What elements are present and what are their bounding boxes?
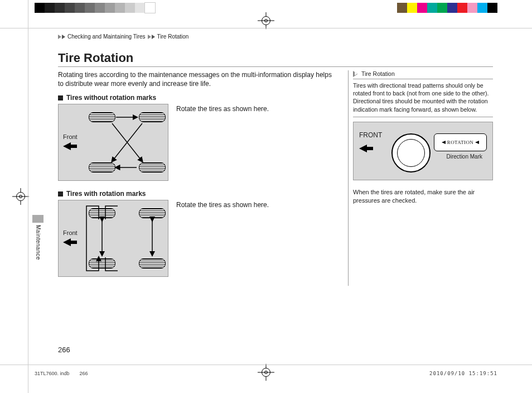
imprint-page: 266 (80, 371, 88, 376)
front-arrow-icon (63, 238, 71, 246)
registration-mark-icon (12, 188, 29, 205)
front-arrow-icon (359, 145, 367, 152)
breadcrumb-arrow-icon (148, 35, 151, 39)
front-label: Front (63, 133, 78, 140)
breadcrumb: Checking and Maintaining Tires Tire Rota… (58, 33, 493, 40)
tab-marker-icon (32, 215, 43, 223)
imprint-file: 31TL7600. indb (35, 371, 70, 376)
imprint-timestamp: 2010/09/10 15:19:51 (429, 371, 497, 376)
subheading-text: Tires with rotation marks (66, 190, 146, 198)
page-number: 266 (58, 346, 70, 354)
sidebar-footer: When the tires are rotated, make sure th… (353, 188, 493, 205)
color-swatch (447, 3, 457, 13)
rotation-arrows-icon (85, 109, 169, 176)
gray-swatch (145, 3, 155, 13)
front-arrow-icon (63, 142, 71, 150)
sidebar-title-text: Tire Rotation (361, 70, 395, 77)
breadcrumb-item: Tire Rotation (157, 33, 189, 40)
color-swatch (477, 3, 487, 13)
gray-swatch (55, 3, 65, 13)
imprint-left: 31TL7600. indb 266 (35, 371, 88, 376)
crop-line (0, 365, 532, 365)
breadcrumb-item: Checking and Maintaining Tires (67, 33, 146, 40)
sidebar-arrow-icon (353, 71, 359, 77)
sidebar-column: Tire Rotation Tires with directional tre… (348, 70, 493, 286)
color-swatch (427, 3, 437, 13)
color-swatch (407, 3, 417, 13)
sidebar-title: Tire Rotation (353, 70, 493, 79)
rotation-arrows-icon (85, 205, 169, 272)
color-swatch (487, 3, 497, 13)
gray-swatch (85, 3, 95, 13)
direction-mark-diagram: FRONT ROTATION Direction Mark (353, 122, 493, 180)
subheading-text: Tires without rotation marks (66, 94, 156, 102)
breadcrumb-arrow-icon (58, 35, 61, 39)
color-swatch (457, 3, 467, 13)
section-tab: Maintenance (32, 215, 43, 260)
front-label: Front (63, 229, 78, 236)
gray-swatch (125, 3, 135, 13)
gray-swatch (35, 3, 45, 13)
registration-mark-icon (258, 364, 274, 381)
main-column: Rotating tires according to the maintena… (58, 70, 335, 286)
diagram-caption: Rotate the tires as shown here. (176, 200, 269, 209)
color-swatch (437, 3, 447, 13)
gray-swatch (135, 3, 145, 13)
subheading-with-marks: Tires with rotation marks (58, 190, 335, 198)
tire-side-icon (391, 133, 431, 172)
rotation-mark-icon: ROTATION (434, 133, 487, 151)
page-title: Tire Rotation (58, 51, 493, 67)
rotation-diagram-parallel: Front (58, 200, 168, 277)
front-label: FRONT (359, 131, 382, 139)
gray-swatch (75, 3, 85, 13)
gray-swatch (115, 3, 125, 13)
mini-arrow-icon (442, 141, 446, 144)
gray-swatch (105, 3, 115, 13)
color-swatch (417, 3, 427, 13)
intro-text: Rotating tires according to the maintena… (58, 70, 335, 88)
diagram-caption: Rotate the tires as shown here. (176, 104, 269, 113)
subheading-without-marks: Tires without rotation marks (58, 94, 335, 102)
square-bullet-icon (58, 191, 63, 196)
page-content: Checking and Maintaining Tires Tire Rota… (58, 33, 493, 360)
gray-swatch (45, 3, 55, 13)
crop-line (28, 0, 28, 393)
direction-mark-label: Direction Mark (447, 154, 482, 160)
gray-swatch (95, 3, 105, 13)
square-bullet-icon (58, 95, 63, 100)
rotation-text: ROTATION (447, 140, 473, 145)
prepress-color-bar (35, 3, 497, 13)
tab-label: Maintenance (35, 225, 41, 260)
color-swatch (397, 3, 407, 13)
registration-mark-icon (258, 12, 274, 29)
breadcrumb-arrow-icon (62, 35, 65, 39)
breadcrumb-arrow-icon (152, 35, 155, 39)
mini-arrow-icon (475, 141, 479, 144)
color-swatch (467, 3, 477, 13)
rotation-diagram-cross: Front (58, 104, 168, 181)
crop-line (0, 28, 532, 28)
sidebar-body: Tires with directional tread patterns sh… (353, 82, 493, 117)
gray-swatch (65, 3, 75, 13)
